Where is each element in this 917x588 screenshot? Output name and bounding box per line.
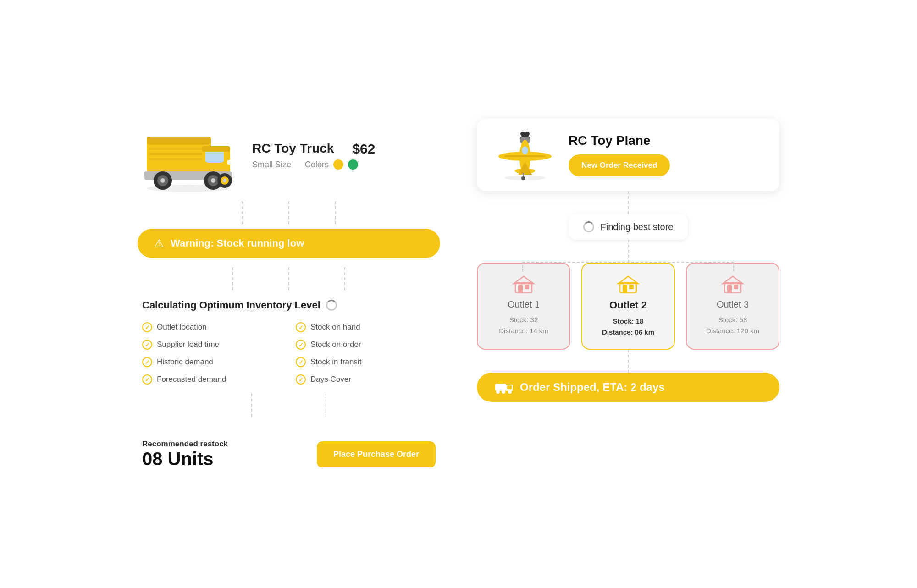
outlets-row: Outlet 1 Stock: 32Distance: 14 km Outlet… — [477, 263, 779, 350]
checklist-item-1: Outlet location — [142, 322, 287, 332]
right-panel: RC Toy Plane New Order Received Finding … — [477, 119, 779, 402]
plane-info: RC Toy Plane New Order Received — [569, 133, 670, 176]
main-container: RC Toy Truck $62 Small Size Colors — [138, 100, 779, 488]
outlet-1-details: Stock: 32Distance: 14 km — [499, 314, 548, 336]
check-icon-6 — [296, 340, 306, 350]
product-header: RC Toy Truck $62 Small Size Colors — [138, 119, 440, 192]
product-details: RC Toy Truck $62 Small Size Colors — [252, 141, 375, 170]
dashed-line-1 — [242, 201, 243, 224]
center-dashed-v — [628, 240, 629, 263]
checklist-label-5: Stock on hand — [310, 323, 360, 332]
dashed-line-4 — [232, 267, 233, 290]
spinner-icon — [326, 300, 337, 311]
outlet-card-3: Outlet 3 Stock: 58Distance: 120 km — [686, 263, 779, 350]
svg-rect-34 — [515, 283, 532, 293]
svg-rect-46 — [495, 384, 506, 391]
truck-delivery-icon — [495, 381, 513, 394]
right-dashed-line-2 — [628, 350, 629, 373]
outlet-card-1: Outlet 1 Stock: 32Distance: 14 km — [477, 263, 570, 350]
checklist-label-3: Historic demand — [157, 357, 213, 367]
plane-name: RC Toy Plane — [569, 133, 670, 148]
svg-point-14 — [160, 178, 165, 183]
plane-card: RC Toy Plane New Order Received — [477, 119, 779, 191]
checklist-label-6: Stock on order — [310, 340, 361, 349]
svg-rect-42 — [724, 283, 741, 293]
checklist-item-4: Forecasted demand — [142, 374, 287, 385]
svg-rect-35 — [518, 285, 523, 293]
new-order-button[interactable]: New Order Received — [569, 154, 670, 176]
left-panel: RC Toy Truck $62 Small Size Colors — [138, 119, 440, 469]
store-icon-1 — [512, 275, 536, 295]
finding-store-spinner — [583, 221, 594, 232]
restock-units: 08 Units — [142, 449, 228, 469]
place-purchase-order-button[interactable]: Place Purchase Order — [317, 441, 436, 467]
truck-image — [138, 119, 238, 192]
product-price: $62 — [352, 141, 375, 157]
svg-point-33 — [521, 176, 525, 180]
svg-rect-36 — [525, 285, 529, 289]
svg-point-17 — [211, 178, 215, 183]
checklist-item-8: Days Cover — [296, 374, 440, 385]
store-icon-2 — [616, 275, 640, 295]
svg-point-51 — [508, 390, 512, 394]
inventory-section: Calculating Optimum Inventory Level Outl… — [138, 290, 440, 394]
checklist-label-8: Days Cover — [310, 375, 351, 384]
store-icon-3 — [721, 275, 745, 295]
outlets-connector — [477, 240, 779, 263]
outlet-2-name: Outlet 2 — [609, 299, 647, 311]
svg-rect-5 — [149, 153, 209, 155]
svg-point-20 — [223, 179, 226, 182]
dashed-line-7 — [251, 394, 252, 417]
finding-store-text: Finding best store — [601, 222, 674, 232]
inventory-title-text: Calculating Optimum Inventory Level — [142, 299, 320, 311]
outlet-3-details: Stock: 58Distance: 120 km — [706, 314, 759, 336]
svg-point-49 — [496, 390, 500, 394]
check-icon-1 — [142, 322, 152, 332]
svg-rect-10 — [227, 160, 231, 165]
plane-image — [495, 130, 555, 180]
product-colors: Colors — [305, 159, 358, 170]
svg-rect-28 — [504, 155, 546, 157]
svg-rect-44 — [734, 285, 738, 289]
checklist-item-6: Stock on order — [296, 340, 440, 350]
svg-rect-48 — [507, 385, 512, 389]
svg-rect-6 — [149, 158, 209, 160]
svg-point-21 — [504, 176, 546, 180]
dashed-line-5 — [288, 267, 289, 290]
finding-store-box: Finding best store — [569, 214, 688, 240]
checklist-label-1: Outlet location — [157, 323, 207, 332]
color-swatch-green — [348, 159, 358, 170]
svg-rect-9 — [202, 146, 230, 152]
restock-info: Recommended restock 08 Units — [142, 440, 228, 469]
right-drop — [733, 262, 734, 272]
svg-point-50 — [502, 390, 505, 394]
svg-rect-39 — [623, 285, 627, 293]
outlet-card-2: Outlet 2 Stock: 18Distance: 06 km — [581, 263, 675, 350]
right-dashed-line-1 — [628, 191, 629, 214]
bottom-connector — [477, 350, 779, 373]
checklist-item-3: Historic demand — [142, 357, 287, 367]
h-dashed — [522, 262, 734, 263]
left-drop — [522, 262, 523, 272]
svg-point-31 — [522, 146, 528, 154]
check-icon-2 — [142, 340, 152, 350]
dashed-line-2 — [288, 201, 289, 224]
dashed-line-3 — [335, 201, 336, 224]
svg-rect-4 — [149, 148, 209, 150]
warning-banner: ⚠ Warning: Stock running low — [138, 229, 440, 258]
svg-rect-43 — [727, 285, 732, 293]
shipped-text: Order Shipped, ETA: 2 days — [520, 381, 665, 394]
check-icon-5 — [296, 322, 306, 332]
shipped-banner: Order Shipped, ETA: 2 days — [477, 373, 779, 402]
colors-label: Colors — [305, 160, 329, 170]
warning-text: Warning: Stock running low — [171, 237, 304, 249]
svg-rect-3 — [149, 143, 209, 145]
product-size: Small Size — [252, 160, 291, 170]
checklist-item-2: Supplier lead time — [142, 340, 287, 350]
svg-rect-38 — [620, 283, 636, 293]
svg-rect-40 — [629, 285, 634, 289]
outlet-3-name: Outlet 3 — [717, 299, 749, 310]
warning-icon: ⚠ — [154, 237, 164, 250]
dashed-connector-top — [138, 201, 440, 224]
outlet-1-name: Outlet 1 — [508, 299, 540, 310]
